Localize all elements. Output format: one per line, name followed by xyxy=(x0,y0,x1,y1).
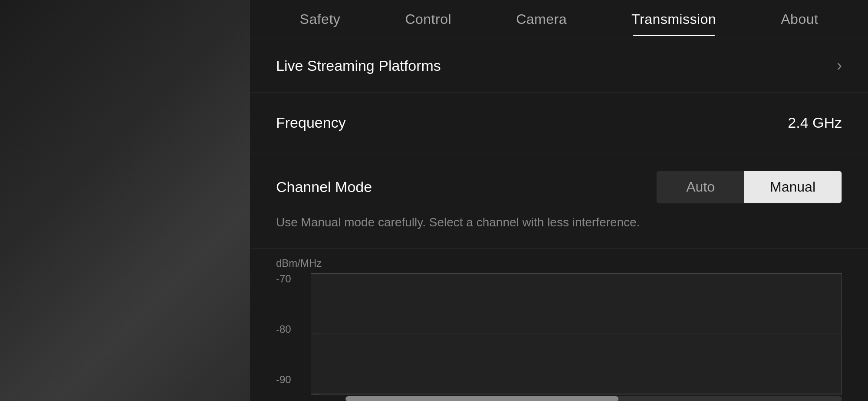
frequency-label: Frequency xyxy=(276,114,346,131)
chart-y-tick-80: -80 xyxy=(276,323,306,335)
chart-gridline-bot xyxy=(311,394,842,394)
channel-mode-label: Channel Mode xyxy=(276,179,372,196)
chart-gridline-top xyxy=(311,273,842,274)
channel-mode-section: Channel Mode Auto Manual Use Manual mode… xyxy=(250,153,868,249)
chart-scrollbar-thumb xyxy=(345,396,618,401)
channel-mode-toggle-group: Auto Manual xyxy=(657,171,842,203)
channel-mode-manual-button[interactable]: Manual xyxy=(744,171,842,203)
frequency-value: 2.4 GHz xyxy=(788,114,842,131)
channel-mode-auto-button[interactable]: Auto xyxy=(657,171,744,203)
chart-y-tick-90: -90 xyxy=(276,374,306,386)
chart-gridline-mid xyxy=(311,334,842,334)
chart-bottom-row: ≈1km xyxy=(276,396,842,401)
right-panel: Safety Control Camera Transmission About… xyxy=(250,0,868,401)
chart-plot-area xyxy=(311,273,842,394)
chart-scrollbar[interactable] xyxy=(345,396,842,401)
chart-section: dBm/MHz -70 -80 -90 xyxy=(250,249,868,401)
tab-transmission[interactable]: Transmission xyxy=(623,7,725,32)
navigation-tabs: Safety Control Camera Transmission About xyxy=(250,0,868,39)
content-area: Live Streaming Platforms › Frequency 2.4… xyxy=(250,39,868,401)
tab-camera[interactable]: Camera xyxy=(507,7,575,32)
chart-y-axis-label: dBm/MHz xyxy=(276,257,842,269)
chart-y-tick-70: -70 xyxy=(276,273,306,285)
chart-container: -70 -80 -90 xyxy=(276,273,842,394)
channel-mode-hint: Use Manual mode carefully. Select a chan… xyxy=(276,214,842,231)
chart-distance-label: ≈1km xyxy=(815,399,842,401)
chart-y-axis: -70 -80 -90 xyxy=(276,273,311,394)
live-streaming-row[interactable]: Live Streaming Platforms › xyxy=(250,39,868,93)
tab-safety[interactable]: Safety xyxy=(291,7,349,32)
left-panel xyxy=(0,0,250,401)
chevron-right-icon: › xyxy=(837,56,842,75)
tab-control[interactable]: Control xyxy=(396,7,460,32)
channel-mode-row: Channel Mode Auto Manual xyxy=(276,171,842,203)
frequency-row: Frequency 2.4 GHz xyxy=(250,93,868,153)
live-streaming-label: Live Streaming Platforms xyxy=(276,57,441,74)
tab-about[interactable]: About xyxy=(772,7,827,32)
